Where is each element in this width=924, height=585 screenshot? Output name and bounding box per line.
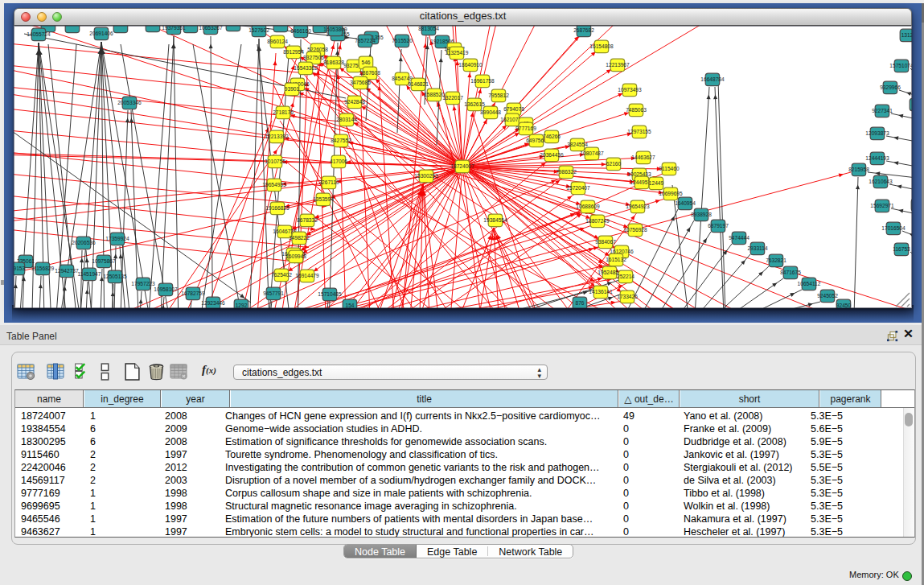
svg-text:8938928: 8938928	[691, 212, 712, 217]
svg-text:1609948: 1609948	[285, 253, 306, 259]
svg-text:17359924: 17359924	[105, 236, 129, 241]
svg-text:1640954: 1640954	[675, 200, 696, 206]
svg-text:12449: 12449	[649, 180, 664, 186]
svg-text:1353594: 1353594	[313, 196, 334, 202]
svg-text:20691406: 20691406	[89, 31, 113, 36]
svg-text:20053346: 20053346	[117, 100, 142, 105]
svg-text:14055724: 14055724	[27, 31, 51, 37]
svg-text:7955812: 7955812	[488, 93, 509, 98]
svg-text:2803144: 2803144	[336, 117, 357, 122]
svg-text:11325419: 11325419	[446, 50, 469, 56]
svg-text:19166825: 19166825	[265, 205, 290, 211]
svg-text:19379351: 19379351	[162, 26, 186, 31]
svg-text:62160: 62160	[606, 161, 622, 167]
svg-text:1322017: 1322017	[442, 95, 463, 101]
svg-text:1733426: 1733426	[617, 294, 638, 299]
svg-text:10807487: 10807487	[580, 150, 604, 156]
svg-text:1527602: 1527602	[248, 27, 269, 33]
svg-text:6466160: 6466160	[290, 28, 311, 34]
svg-text:12505135: 12505135	[103, 274, 127, 279]
svg-text:3824554: 3824554	[567, 142, 588, 147]
svg-text:15720407: 15720407	[566, 185, 590, 191]
svg-text:417006: 417006	[330, 159, 347, 164]
svg-text:116753: 116753	[893, 246, 910, 252]
svg-text:8912954: 8912954	[283, 49, 304, 55]
svg-text:8471675: 8471675	[780, 270, 801, 275]
svg-text:3475685: 3475685	[350, 80, 371, 85]
svg-text:16961758: 16961758	[470, 78, 495, 84]
svg-text:10973493: 10973493	[618, 87, 642, 93]
svg-text:9115460: 9115460	[659, 166, 680, 171]
svg-text:3498222: 3498222	[289, 235, 310, 241]
svg-text:7515520: 7515520	[392, 38, 413, 43]
svg-text:7857224: 7857224	[355, 38, 376, 43]
svg-text:19654935: 19654935	[262, 182, 286, 187]
svg-text:1362615: 1362615	[464, 101, 485, 107]
svg-text:9777169: 9777169	[515, 126, 536, 131]
svg-text:7625402: 7625402	[271, 272, 292, 278]
svg-text:19384554: 19384554	[483, 217, 507, 223]
svg-text:2718176: 2718176	[273, 109, 294, 115]
svg-text:16154808: 16154808	[589, 43, 614, 49]
svg-text:8427552: 8427552	[331, 138, 351, 143]
svg-text:18807249: 18807249	[585, 218, 610, 224]
svg-text:10688609: 10688609	[576, 204, 600, 209]
svg-text:16782759: 16782759	[181, 290, 205, 296]
svg-text:93901: 93901	[285, 86, 300, 92]
svg-text:11156829: 11156829	[31, 266, 55, 271]
svg-text:3267110: 3267110	[318, 179, 339, 185]
svg-text:2867608: 2867608	[359, 70, 380, 76]
svg-text:876: 876	[575, 300, 584, 306]
svg-text:16053809: 16053809	[323, 27, 347, 32]
svg-text:14136141: 14136141	[589, 289, 613, 295]
svg-text:7986322: 7986322	[556, 169, 577, 175]
svg-text:8990448: 8990448	[480, 109, 501, 115]
svg-text:16210643: 16210643	[869, 179, 893, 184]
svg-text:2933114: 2933114	[747, 245, 768, 251]
svg-text:9329966: 9329966	[880, 84, 901, 90]
svg-text:7632821: 7632821	[766, 257, 786, 263]
svg-text:10699695: 10699695	[659, 191, 683, 196]
svg-text:9384067: 9384067	[595, 239, 616, 245]
svg-text:10653267: 10653267	[199, 26, 223, 31]
svg-text:12923446: 12923446	[201, 300, 225, 306]
svg-text:9146821: 9146821	[408, 81, 429, 87]
svg-text:8215958: 8215958	[848, 167, 869, 172]
svg-text:12093873: 12093873	[865, 130, 889, 136]
svg-text:8186328: 8186328	[323, 60, 344, 65]
svg-text:20206536: 20206536	[72, 240, 96, 245]
svg-text:9245052: 9245052	[817, 293, 838, 299]
svg-text:15751074: 15751074	[889, 63, 912, 68]
svg-text:11451947: 11451947	[78, 271, 101, 277]
svg-text:18640910: 18640910	[458, 62, 483, 68]
svg-text:1292: 1292	[236, 303, 248, 308]
svg-text:16543362: 16543362	[294, 65, 318, 71]
svg-text:8454749: 8454749	[392, 76, 413, 81]
svg-text:12942737: 12942737	[55, 268, 79, 274]
svg-text:9242848: 9242848	[344, 99, 365, 105]
svg-text:15692971: 15692971	[870, 203, 894, 208]
svg-text:8678332: 8678332	[297, 217, 318, 223]
svg-text:20364436: 20364436	[540, 152, 564, 158]
svg-text:12213392: 12213392	[265, 134, 289, 139]
svg-text:6794078: 6794078	[503, 106, 524, 112]
svg-text:15300293: 15300293	[414, 173, 438, 179]
svg-text:14463627: 14463627	[631, 154, 655, 160]
svg-text:19654923: 19654923	[626, 204, 650, 209]
svg-text:10654112: 10654112	[798, 281, 821, 286]
svg-text:17957223: 17957223	[131, 281, 155, 286]
svg-text:154: 154	[345, 303, 354, 308]
svg-text:12213967: 12213967	[606, 62, 630, 68]
svg-text:9474444: 9474444	[729, 235, 749, 241]
svg-text:12444193: 12444193	[865, 155, 889, 161]
svg-text:546: 546	[361, 60, 370, 65]
svg-text:1312: 1312	[901, 32, 912, 38]
svg-text:8813054: 8813054	[418, 26, 439, 31]
svg-text:18724007: 18724007	[450, 163, 474, 169]
svg-text:1615132: 1615132	[606, 257, 626, 262]
svg-text:16914479: 16914479	[295, 273, 319, 278]
svg-text:2687682: 2687682	[573, 27, 594, 33]
svg-text:10958107: 10958107	[154, 286, 178, 292]
svg-text:9457791: 9457791	[263, 290, 284, 296]
svg-text:17016504: 17016504	[881, 225, 906, 231]
